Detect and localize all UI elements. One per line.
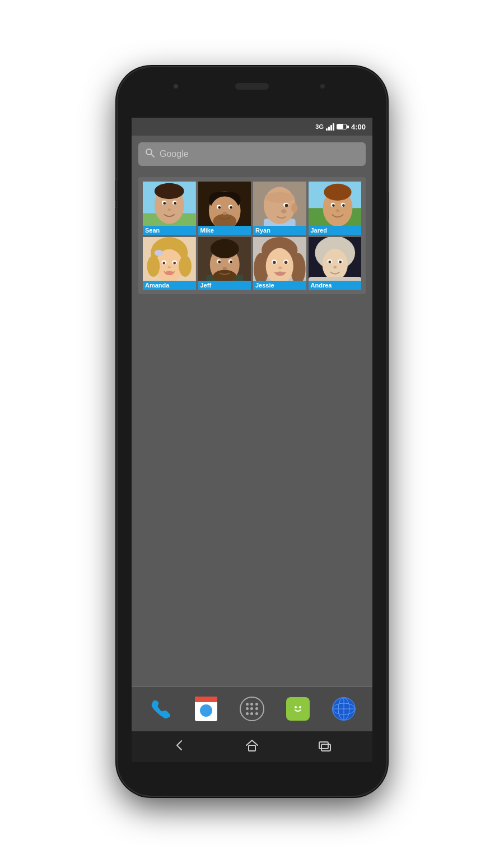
svg-point-64 xyxy=(222,266,227,270)
contact-name-jeff: Jeff xyxy=(198,281,251,290)
svg-point-19 xyxy=(218,206,221,209)
svg-point-62 xyxy=(218,261,221,263)
nav-back-button[interactable] xyxy=(171,737,187,757)
svg-point-46 xyxy=(179,256,192,277)
svg-point-20 xyxy=(230,206,232,209)
speaker xyxy=(235,83,269,90)
contact-jessie[interactable]: Jessie xyxy=(253,237,306,290)
sensor xyxy=(320,84,325,89)
apps-dot xyxy=(246,703,249,706)
contact-name-ryan: Ryan xyxy=(253,226,306,235)
svg-point-89 xyxy=(299,706,301,708)
dock-apps[interactable] xyxy=(238,695,266,723)
svg-point-22 xyxy=(222,212,227,215)
battery-icon xyxy=(337,124,347,129)
contact-name-sean: Sean xyxy=(143,226,196,235)
apps-dot xyxy=(250,707,253,710)
svg-point-88 xyxy=(295,706,297,708)
contact-mike[interactable]: Mike xyxy=(198,182,251,235)
dock-messenger[interactable] xyxy=(284,695,312,723)
phone-top xyxy=(118,67,386,118)
svg-point-76 xyxy=(276,271,285,276)
svg-point-29 xyxy=(285,204,288,207)
contact-name-amanda: Amanda xyxy=(143,281,196,290)
screen-content: Google xyxy=(132,136,372,686)
browser-icon xyxy=(332,697,356,721)
apps-grid-icon xyxy=(240,697,264,721)
battery-fill xyxy=(337,124,343,129)
svg-point-51 xyxy=(173,261,176,264)
svg-point-10 xyxy=(174,202,176,205)
contact-andrea[interactable]: Andrea xyxy=(309,237,362,290)
status-time: 4:00 xyxy=(351,123,366,131)
svg-point-47 xyxy=(155,249,163,256)
phone-shell: 3G 4:00 Google xyxy=(118,67,386,796)
apps-dot xyxy=(250,703,253,706)
apps-dot xyxy=(255,712,258,715)
svg-point-85 xyxy=(339,261,342,263)
svg-point-70 xyxy=(266,248,293,284)
svg-point-58 xyxy=(210,239,239,258)
svg-point-53 xyxy=(165,271,174,275)
svg-point-52 xyxy=(167,266,171,268)
network-type: 3G xyxy=(315,123,324,130)
svg-point-30 xyxy=(281,209,286,214)
apps-dot xyxy=(246,712,249,715)
svg-point-39 xyxy=(342,204,345,207)
svg-point-63 xyxy=(230,261,232,263)
contact-name-mike: Mike xyxy=(198,226,251,235)
svg-point-45 xyxy=(147,256,160,277)
svg-rect-97 xyxy=(249,745,255,751)
dock xyxy=(132,686,372,731)
contact-sean[interactable]: Sean xyxy=(143,182,196,235)
contact-jeff[interactable]: Jeff xyxy=(198,237,251,290)
svg-point-35 xyxy=(324,184,351,201)
apps-dot xyxy=(255,707,258,710)
phone-screen: 3G 4:00 Google xyxy=(132,118,372,762)
contact-name-jessie: Jessie xyxy=(253,281,306,290)
svg-point-38 xyxy=(332,204,335,207)
apps-dot xyxy=(255,703,258,706)
svg-point-6 xyxy=(155,183,184,199)
search-placeholder: Google xyxy=(160,149,189,159)
contact-amanda[interactable]: Amanda xyxy=(143,237,196,290)
svg-point-84 xyxy=(328,261,331,263)
search-bar[interactable]: Google xyxy=(138,142,366,166)
svg-point-11 xyxy=(167,208,171,211)
power-button[interactable] xyxy=(386,191,389,221)
dock-browser[interactable] xyxy=(330,695,358,723)
search-icon xyxy=(145,148,155,160)
signal-bars xyxy=(326,123,334,131)
svg-point-9 xyxy=(163,202,166,205)
apps-dot xyxy=(246,707,249,710)
signal-bar-1 xyxy=(326,128,328,131)
contact-name-andrea: Andrea xyxy=(309,281,362,290)
svg-point-40 xyxy=(335,210,339,212)
svg-line-1 xyxy=(151,154,154,157)
signal-bar-2 xyxy=(328,127,330,131)
phone-bottom xyxy=(118,762,386,796)
svg-point-80 xyxy=(322,248,347,280)
volume-down-button[interactable] xyxy=(115,207,118,241)
contact-ryan[interactable]: Ryan xyxy=(253,182,306,235)
contact-jared[interactable]: Jared xyxy=(309,182,362,235)
svg-point-74 xyxy=(284,261,288,264)
nav-recents-button[interactable] xyxy=(317,737,333,757)
apps-dot xyxy=(250,712,253,715)
svg-point-73 xyxy=(273,261,276,264)
dock-contacts[interactable] xyxy=(192,695,220,723)
dock-phone[interactable] xyxy=(146,695,174,723)
svg-point-26 xyxy=(291,203,297,213)
svg-point-75 xyxy=(278,266,282,269)
signal-bar-3 xyxy=(330,125,332,131)
volume-up-button[interactable] xyxy=(115,179,118,202)
chat-icon xyxy=(286,697,310,721)
nav-home-button[interactable] xyxy=(244,737,260,757)
svg-point-27 xyxy=(265,192,295,203)
svg-point-86 xyxy=(333,266,337,268)
svg-rect-99 xyxy=(321,744,330,751)
svg-rect-98 xyxy=(319,742,328,749)
signal-bar-4 xyxy=(333,123,334,131)
contact-name-jared: Jared xyxy=(309,226,362,235)
contacts-widget: Sean xyxy=(138,177,366,294)
